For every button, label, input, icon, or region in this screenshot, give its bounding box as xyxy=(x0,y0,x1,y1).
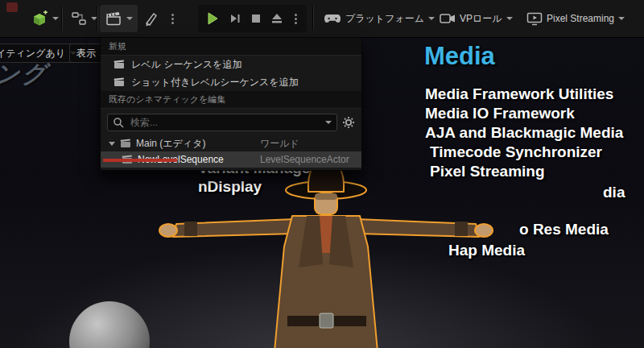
gear-icon[interactable] xyxy=(342,116,355,129)
overlay-line: Media IO Framework xyxy=(425,105,575,122)
stop-button[interactable] xyxy=(250,13,262,24)
scene-text-fragment: ング xyxy=(0,58,47,91)
search-input[interactable] xyxy=(129,116,320,129)
tree-root-label: Main (エディタ) xyxy=(136,137,255,151)
red-underline-annotation xyxy=(103,159,177,162)
menu-item-add-level-sequence[interactable]: レベル シーケンスを追加 xyxy=(101,56,361,73)
frame-skip-button[interactable] xyxy=(229,12,242,25)
view-mode-label: イティングあり xyxy=(0,47,65,60)
expander-icon[interactable] xyxy=(109,142,115,146)
editor-modes-button[interactable] xyxy=(138,5,164,32)
clapperboard-icon xyxy=(105,10,122,27)
media-heading: Media xyxy=(424,42,495,71)
chevron-down-icon xyxy=(506,17,513,20)
vp-roles-button[interactable]: VPロール xyxy=(435,5,518,32)
gamepad-icon xyxy=(324,12,341,25)
overlay-line: AJA and Blackmagic Media xyxy=(425,124,623,142)
menu-item-add-shot-sequence[interactable]: ショット付きレベルシーケンスを追加 xyxy=(101,73,361,91)
toolbar-overflow-button[interactable] xyxy=(164,5,181,32)
sequence-tree-root-row[interactable]: Main (エディタ) ワールド xyxy=(101,135,361,151)
clapperboard-small-icon xyxy=(120,139,131,148)
partial-corner-icon xyxy=(6,2,18,12)
overlay-line-fragment: o Res Media xyxy=(519,221,609,238)
chevron-down-icon xyxy=(52,17,59,20)
search-icon xyxy=(113,117,124,128)
pen-icon xyxy=(143,10,159,27)
vertical-dots-icon xyxy=(169,14,176,24)
platforms-label: プラットフォーム xyxy=(345,12,424,26)
pixel-streaming-button[interactable]: Pixel Streaming xyxy=(522,5,630,32)
vp-roles-label: VPロール xyxy=(460,12,502,26)
eject-button[interactable] xyxy=(270,13,283,25)
menu-section-new: 新規 xyxy=(101,38,361,56)
play-controls xyxy=(198,5,307,32)
platforms-button[interactable]: プラットフォーム xyxy=(319,5,440,32)
chevron-down-icon xyxy=(126,17,133,20)
search-row xyxy=(101,109,361,135)
play-button[interactable] xyxy=(205,11,220,26)
add-cube-icon xyxy=(31,10,48,27)
blueprint-icon xyxy=(71,10,87,27)
menu-item-label: レベル シーケンスを追加 xyxy=(131,58,242,72)
show-flags-label: 表示 xyxy=(76,47,96,60)
search-box[interactable] xyxy=(107,114,337,131)
chevron-down-icon xyxy=(618,17,625,20)
main-toolbar: プラットフォーム VPロール Pixel Streaming xyxy=(0,0,644,38)
overlay-line: Media Framework Utilities xyxy=(425,85,613,103)
cinematics-dropdown-menu: 新規 レベル シーケンスを追加 ショット付きレベルシーケンスを追加 既存のシネマ… xyxy=(100,37,362,171)
menu-section-edit-existing: 既存のシネマティックを編集 xyxy=(101,91,361,109)
pixel-streaming-label: Pixel Streaming xyxy=(547,13,614,24)
shot-sequence-icon xyxy=(114,77,125,87)
menu-item-label: ショット付きレベルシーケンスを追加 xyxy=(131,76,299,89)
play-options-button[interactable] xyxy=(292,14,299,24)
monitor-play-icon xyxy=(526,12,543,26)
toolbar-separator xyxy=(97,6,97,31)
video-camera-icon xyxy=(440,12,456,25)
chevron-down-icon xyxy=(428,17,435,20)
toolbar-separator xyxy=(61,6,62,31)
world-column-header: ワールド xyxy=(260,137,355,151)
unreal-editor-window: ング Media Media Framework Utilities Media… xyxy=(0,0,644,348)
search-filter-chevron-icon[interactable] xyxy=(325,121,332,124)
toolbar-separator xyxy=(312,6,313,31)
character-actor[interactable] xyxy=(149,158,503,348)
level-sequence-icon xyxy=(114,60,125,69)
quick-add-button[interactable] xyxy=(26,5,64,32)
cinematics-button[interactable] xyxy=(100,5,138,32)
overlay-line-fragment: dia xyxy=(603,184,625,201)
sequence-world-value: LevelSequenceActor xyxy=(260,154,355,165)
